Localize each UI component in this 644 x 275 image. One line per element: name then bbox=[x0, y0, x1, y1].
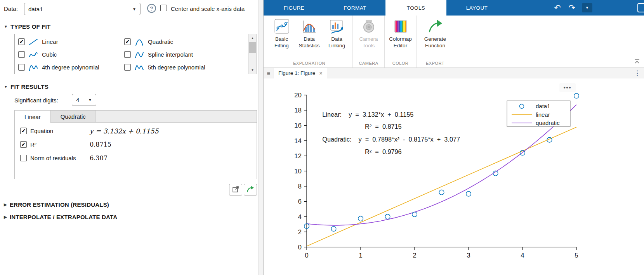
help-icon[interactable]: ? bbox=[147, 4, 156, 13]
open-in-new-window-button[interactable] bbox=[229, 184, 242, 195]
button-label: Basic bbox=[275, 36, 288, 42]
ribbon-content: BasicFittingDataStatisticsDataLinkingEXP… bbox=[264, 16, 644, 68]
plot-legend[interactable]: data1linearquadratic bbox=[507, 101, 570, 126]
fit-type-linear[interactable]: Linear bbox=[18, 35, 124, 48]
result-label: Equation bbox=[30, 128, 53, 134]
ribbon-tab-format[interactable]: FORMAT bbox=[325, 0, 385, 16]
ribbon-tab-figure[interactable]: FIGURE bbox=[264, 0, 325, 16]
ribbon-group-label: COLOR bbox=[387, 59, 414, 67]
checkbox[interactable] bbox=[20, 128, 27, 134]
y-tick-label: 4 bbox=[298, 213, 302, 221]
significant-digits-select[interactable]: 4 ▼ bbox=[72, 94, 96, 106]
fit-results-header[interactable]: ▼ FIT RESULTS bbox=[4, 83, 49, 90]
collapse-ribbon-icon[interactable] bbox=[634, 59, 640, 65]
checkbox[interactable] bbox=[18, 51, 25, 58]
button-label: Colormap bbox=[389, 36, 412, 42]
types-of-fit-header[interactable]: ▼ TYPES OF FIT bbox=[4, 23, 50, 30]
legend-label: linear bbox=[536, 111, 550, 118]
panel-scrollbar[interactable] bbox=[258, 0, 263, 275]
button-label: Fitting bbox=[274, 42, 289, 49]
checkbox[interactable] bbox=[124, 38, 131, 45]
y-tick-label: 14 bbox=[294, 137, 302, 145]
button-label: Tools bbox=[363, 42, 375, 49]
interpolate-extrapolate-section[interactable]: ▶ INTERPOLATE / EXTRAPOLATE DATA bbox=[4, 214, 117, 220]
fit-results-title: FIT RESULTS bbox=[10, 83, 49, 90]
poly5-fit-icon bbox=[134, 64, 144, 71]
export-results-button[interactable] bbox=[244, 184, 257, 195]
checkbox[interactable] bbox=[20, 141, 27, 148]
redo-button[interactable]: ↷ bbox=[566, 2, 578, 14]
y-tick-label: 2 bbox=[298, 228, 302, 236]
data-linking-icon bbox=[329, 18, 345, 36]
scrollbar-thumb[interactable] bbox=[249, 42, 256, 53]
figure-tabbar: ≡ Figure 1: Figure × ⋮ bbox=[264, 68, 644, 78]
fit-type-4th-degree-polynomial[interactable]: 4th degree polynomial bbox=[18, 61, 124, 74]
chevron-down-icon: ▼ bbox=[132, 7, 136, 11]
window-icon[interactable] bbox=[637, 3, 644, 12]
ribbon-group-label: EXPLORATION bbox=[268, 59, 351, 67]
axes-toolbar-button[interactable]: ••• bbox=[559, 83, 576, 92]
chevron-down-icon: ▼ bbox=[4, 85, 8, 89]
figure-canvas: 02468101214161820012345Linear: y = 3.132… bbox=[264, 78, 644, 275]
fit-type-quadratic[interactable]: Quadratic bbox=[124, 35, 245, 48]
basic-fitting-panel: Data: data1 ▼ ? Center and scale x-axis … bbox=[0, 0, 264, 275]
undo-button[interactable]: ↶ bbox=[552, 2, 563, 14]
ribbon-tab-tools[interactable]: TOOLS bbox=[385, 0, 446, 16]
data-linking-button[interactable]: DataLinking bbox=[323, 18, 351, 49]
checkbox[interactable] bbox=[18, 38, 25, 45]
x-tick-label: 3 bbox=[467, 252, 470, 259]
tab-linear[interactable]: Linear bbox=[15, 111, 51, 123]
checkbox[interactable] bbox=[18, 64, 25, 71]
x-tick-label: 2 bbox=[413, 252, 416, 259]
checkbox[interactable] bbox=[124, 64, 131, 71]
more-options-icon[interactable]: ⋮ bbox=[634, 69, 641, 77]
fit-type-spline-interpolant[interactable]: Spline interpolant bbox=[124, 48, 245, 61]
linear-fit-icon bbox=[28, 38, 38, 46]
button-label: Data bbox=[331, 36, 342, 42]
basic-fitting-icon bbox=[274, 18, 290, 36]
ribbon-tab-layout[interactable]: LAYOUT bbox=[446, 0, 507, 16]
y-tick-label: 0 bbox=[298, 244, 302, 251]
data-select[interactable]: data1 ▼ bbox=[24, 3, 141, 15]
chevron-down-icon: ▼ bbox=[4, 24, 8, 29]
cubic-fit-icon bbox=[28, 51, 38, 59]
scroll-up-icon[interactable]: ▲ bbox=[248, 34, 257, 42]
tab-quadratic[interactable]: Quadratic bbox=[51, 111, 96, 122]
linear-fit-line[interactable] bbox=[307, 127, 576, 246]
figure-plot[interactable]: 02468101214161820012345Linear: y = 3.132… bbox=[264, 78, 644, 275]
error-estimation-section[interactable]: ▶ ERROR ESTIMATION (RESIDUALS) bbox=[4, 201, 109, 208]
document-menu-icon[interactable]: ≡ bbox=[264, 70, 274, 76]
data-select-value: data1 bbox=[28, 6, 43, 12]
fit-type-5th-degree-polynomial[interactable]: 5th degree polynomial bbox=[124, 61, 245, 74]
fit-type-cubic[interactable]: Cubic bbox=[18, 48, 124, 61]
result-label: Norm of residuals bbox=[30, 155, 76, 161]
basic-fitting-button[interactable]: BasicFitting bbox=[268, 18, 295, 49]
figure-window: FIGURE FORMAT TOOLS LAYOUT ↶ ↷ ▼ BasicFi… bbox=[264, 0, 644, 275]
data-statistics-button[interactable]: DataStatistics bbox=[295, 18, 323, 49]
types-of-fit-list: LinearQuadraticCubicSpline interpolant4t… bbox=[14, 34, 257, 74]
scrollbar[interactable]: ▲ ▼ bbox=[248, 34, 257, 74]
toolbar-dropdown-button[interactable]: ▼ bbox=[582, 3, 592, 12]
center-scale-label: Center and scale x-axis data bbox=[171, 5, 245, 12]
y-tick-label: 16 bbox=[294, 122, 302, 129]
fit-results-panel: Equationy = 3.132x + 0.1155R²0.8715Norm … bbox=[14, 122, 257, 179]
section-title: ERROR ESTIMATION (RESIDUALS) bbox=[10, 201, 109, 208]
ribbon-group-export: GenerateFunctionEXPORT bbox=[417, 16, 454, 67]
colormap-editor-icon bbox=[392, 18, 409, 36]
y-tick-label: 6 bbox=[298, 198, 302, 205]
x-tick-label: 5 bbox=[575, 252, 578, 259]
export-icon bbox=[246, 185, 255, 194]
y-tick-label: 18 bbox=[294, 107, 302, 114]
quadratic-fit-icon bbox=[134, 38, 144, 46]
chevron-right-icon: ▶ bbox=[4, 202, 7, 207]
spline-fit-icon bbox=[134, 51, 144, 59]
checkbox[interactable] bbox=[20, 155, 27, 161]
center-scale-checkbox[interactable] bbox=[160, 5, 167, 11]
generate-function-button[interactable]: GenerateFunction bbox=[418, 18, 452, 49]
close-icon[interactable]: × bbox=[319, 70, 323, 76]
colormap-editor-button[interactable]: ColormapEditor bbox=[387, 18, 414, 49]
y-tick-label: 20 bbox=[294, 92, 302, 99]
checkbox[interactable] bbox=[124, 51, 131, 58]
figure-tab[interactable]: Figure 1: Figure × bbox=[274, 68, 327, 78]
scroll-down-icon[interactable]: ▼ bbox=[248, 66, 257, 74]
